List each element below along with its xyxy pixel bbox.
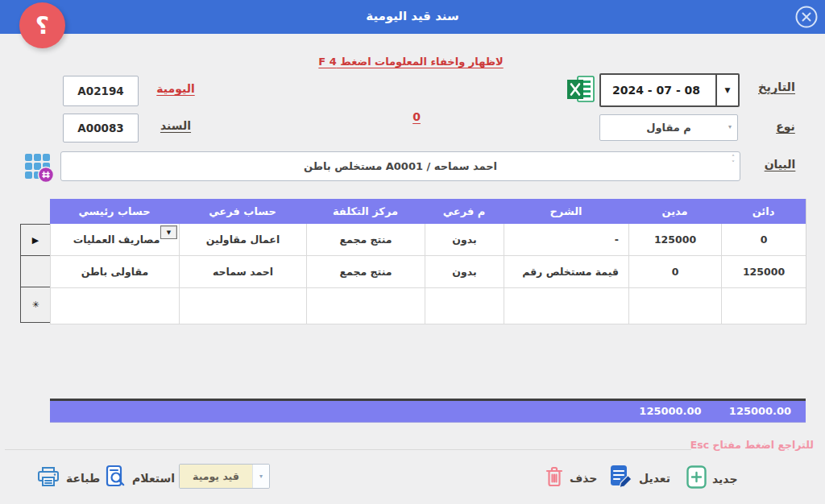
journal-number-label: اليومية [143, 82, 208, 95]
printer-icon [36, 465, 60, 491]
cell-sub-account[interactable]: اعمال مقاولين [179, 224, 306, 256]
voucher-mode-select[interactable]: قيد يومية ▾ [179, 464, 270, 489]
cell-sub-no[interactable]: بدون [425, 224, 504, 256]
column-header-sub-account: حساب فرعي [179, 199, 306, 224]
help-logo-button[interactable]: ؟ [19, 2, 65, 48]
query-button-label: استعلام [132, 472, 175, 485]
cell-main-account[interactable] [50, 288, 179, 324]
document-search-icon [106, 465, 126, 491]
cell-description[interactable]: - [504, 224, 628, 256]
cell-debit[interactable] [628, 288, 721, 324]
column-header-debit: مدين [628, 199, 721, 224]
total-debit: 125000.00 [626, 401, 715, 422]
spinner-control[interactable]: ˄ ˅ [732, 155, 735, 167]
print-button[interactable]: طباعة [36, 465, 100, 491]
row-selector[interactable]: ▶ [20, 224, 51, 256]
cell-description[interactable] [504, 288, 628, 324]
cell-cost-center[interactable] [306, 288, 425, 324]
date-dropdown-button[interactable]: ▼ [715, 75, 738, 105]
voucher-number-field[interactable]: A00083 [63, 114, 139, 143]
chevron-down-icon: ▾ [252, 465, 269, 488]
chevron-down-icon: ▾ [728, 123, 732, 130]
new-document-icon [686, 465, 707, 492]
column-header-description: الشرح [504, 199, 628, 224]
journal-entries-grid: دائن مدين الشرح م فرعي مركز التكلفة حساب… [50, 199, 806, 324]
new-button[interactable]: جديد [686, 465, 738, 492]
print-button-label: طباعة [66, 472, 100, 485]
date-label: التاريخ [748, 81, 806, 93]
cell-sub-no[interactable]: بدون [425, 256, 504, 288]
chevron-down-icon: ▼ [167, 229, 171, 236]
new-button-label: جديد [712, 473, 738, 485]
edit-pencil-icon [609, 464, 633, 492]
title-bar: سند قيد اليومية [0, 0, 825, 34]
cell-main-account[interactable]: مقاولى باطن [50, 256, 179, 288]
cell-sub-account[interactable]: احمد سماحه [179, 256, 306, 288]
zero-indicator: 0 [400, 110, 433, 123]
column-header-credit: دائن [721, 199, 806, 224]
trash-icon [545, 465, 564, 491]
close-button[interactable] [794, 5, 819, 29]
voucher-mode-value: قيد يومية [180, 465, 252, 488]
edit-button[interactable]: تعديل [609, 464, 670, 492]
totals-bar: 125000.00 125000.00 [50, 399, 806, 423]
date-picker[interactable]: 2024 - 07 - 08 ▼ [599, 73, 740, 107]
voucher-number-label: السند [151, 119, 200, 132]
cell-debit[interactable]: 0 [628, 256, 721, 288]
journal-voucher-window: سند قيد اليومية ؟ لاظهار واخفاء المعلوما… [0, 0, 825, 504]
cell-main-account[interactable]: ▼ مصاريف العمليات [50, 224, 179, 256]
cell-dropdown-button[interactable]: ▼ [160, 225, 177, 239]
f4-toggle-hint: لاظهار واخفاء المعلومات اضغط F 4 [310, 56, 512, 68]
column-header-sub-no: م فرعي [425, 199, 504, 224]
window-title: سند قيد اليومية [0, 9, 825, 23]
cell-credit[interactable] [721, 288, 806, 324]
entry-type-select[interactable]: م مقاول ▾ [599, 114, 738, 141]
statement-label: البيان [754, 158, 806, 171]
chevron-down-icon: ▼ [725, 86, 731, 94]
statement-value: احمد سماحه / A0001 مستخلص باطن [304, 160, 497, 172]
cell-credit[interactable]: 0 [721, 224, 806, 256]
cell-sub-account[interactable] [179, 288, 306, 324]
column-header-cost-center: مركز التكلفة [306, 199, 425, 224]
date-value: 2024 - 07 - 08 [601, 75, 715, 105]
cell-cost-center[interactable]: منتج مجمع [306, 256, 425, 288]
spin-down-icon: ˅ [732, 161, 735, 167]
question-mark-icon: ؟ [35, 11, 49, 39]
entry-type-value: م مقاول [646, 122, 691, 134]
close-icon [794, 17, 819, 32]
cell-main-account-value: مصاريف العمليات [73, 233, 160, 246]
excel-export-icon[interactable] [566, 74, 596, 108]
accounts-grid-icon[interactable] [23, 151, 55, 187]
type-label: نوع [767, 120, 804, 133]
cell-cost-center[interactable]: منتج مجمع [306, 224, 425, 256]
cell-debit[interactable]: 125000 [628, 224, 721, 256]
divider [5, 449, 691, 450]
row-selector[interactable] [20, 255, 51, 287]
row-selector[interactable]: ✳ [20, 287, 51, 323]
query-button[interactable]: استعلام [106, 465, 175, 491]
total-credit: 125000.00 [721, 401, 799, 422]
cell-description[interactable]: قيمة مستخلص رقم [504, 256, 628, 288]
cell-sub-no[interactable] [425, 288, 504, 324]
statement-field[interactable]: احمد سماحه / A0001 مستخلص باطن ˄ ˅ [60, 151, 740, 181]
esc-hint: للتراجع اضغط مفتاح Esc [690, 439, 814, 451]
edit-button-label: تعديل [639, 472, 670, 485]
journal-number-field[interactable]: A02194 [63, 76, 139, 106]
column-header-main-account: حساب رئيسي [50, 199, 179, 224]
cell-credit[interactable]: 125000 [721, 256, 806, 288]
delete-button-label: حذف [570, 472, 597, 485]
delete-button[interactable]: حذف [545, 465, 597, 491]
row-selector-column: ▶ ✳ [20, 224, 51, 323]
